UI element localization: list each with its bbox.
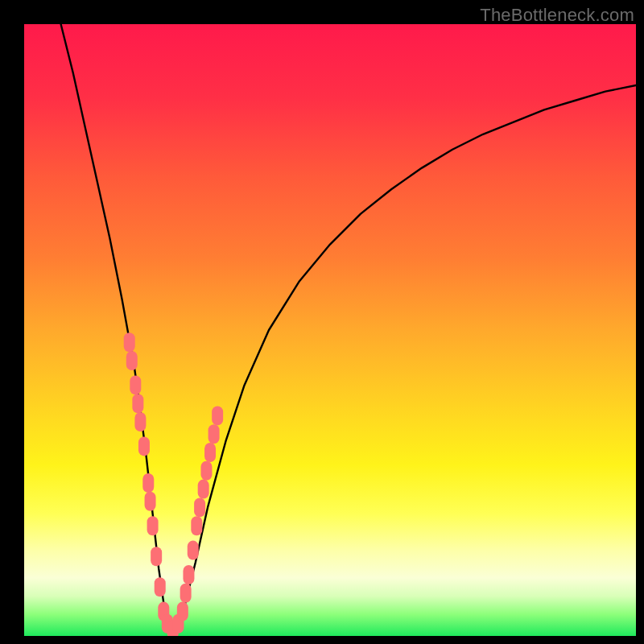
sample-point <box>134 412 146 431</box>
sample-point <box>138 436 150 456</box>
sample-point <box>204 443 216 462</box>
sample-point <box>132 394 143 413</box>
chart-frame: TheBottleneck.com <box>0 0 644 644</box>
sample-point <box>208 424 220 444</box>
sample-point <box>200 461 212 481</box>
sample-point <box>145 492 156 511</box>
gradient-background <box>24 24 636 636</box>
sample-point <box>177 602 188 621</box>
sample-point <box>191 516 202 535</box>
sample-point <box>126 351 138 370</box>
sample-point <box>142 473 154 493</box>
sample-point <box>212 406 223 425</box>
sample-point <box>155 577 166 597</box>
plot-area <box>24 24 636 636</box>
bottleneck-chart <box>24 24 636 636</box>
sample-point <box>147 516 159 535</box>
sample-point <box>183 565 194 584</box>
sample-point <box>180 584 192 603</box>
sample-point <box>198 480 209 499</box>
sample-point <box>188 541 199 560</box>
watermark-text: TheBottleneck.com <box>480 5 634 26</box>
sample-point <box>194 497 205 517</box>
sample-point <box>151 547 162 566</box>
sample-point <box>124 332 135 352</box>
sample-point <box>130 375 141 394</box>
